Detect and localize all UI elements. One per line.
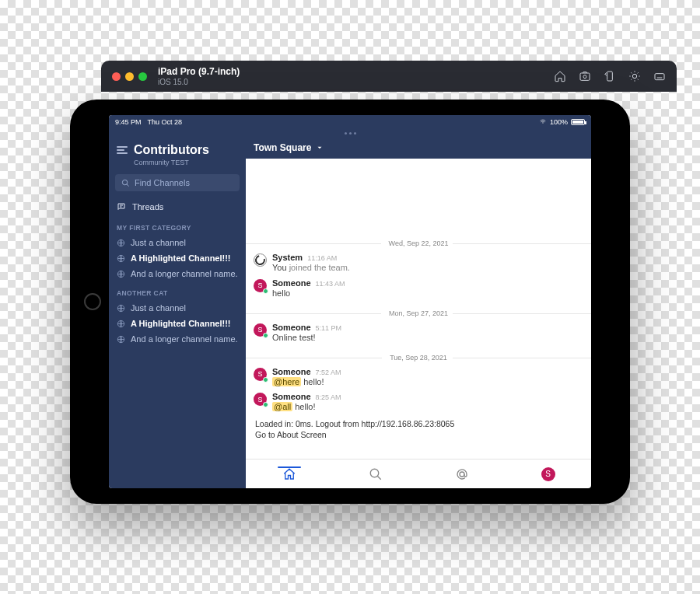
brightness-icon[interactable] (628, 70, 641, 82)
multitask-indicator[interactable] (109, 129, 591, 137)
screenshot-icon[interactable] (579, 70, 591, 82)
message-time: 5:11 PM (316, 324, 342, 332)
app-content: Contributors Community TEST Find Channel… (109, 137, 591, 488)
message-row[interactable]: SSomeone7:52 AM@here hello! (246, 365, 591, 390)
channel-header[interactable]: Town Square (246, 137, 591, 159)
message-time: 11:16 AM (307, 254, 337, 262)
tab-search[interactable] (332, 467, 418, 481)
channel-item[interactable]: And a longer channel name. (109, 331, 246, 347)
ios-status-bar: 9:45 PM Thu Oct 28 100% (109, 115, 591, 129)
globe-icon (117, 335, 125, 344)
debug-footer: Loaded in: 0ms. Logout from http://192.1… (246, 415, 591, 443)
system-avatar (254, 253, 267, 267)
channel-item[interactable]: A Highlighted Channel!!! (109, 316, 246, 331)
mention-badge: @all (272, 402, 292, 411)
svg-point-13 (460, 472, 464, 477)
chevron-down-icon (316, 144, 324, 152)
minimize-window-icon[interactable] (125, 72, 134, 81)
channel-name: And a longer channel name. (131, 334, 238, 344)
threads-item[interactable]: Threads (109, 197, 246, 216)
team-subtitle: Community TEST (134, 159, 209, 166)
team-header[interactable]: Contributors Community TEST (109, 137, 246, 171)
channel-item[interactable]: Just a channel (109, 235, 246, 250)
window-traffic-lights[interactable] (112, 72, 147, 81)
profile-avatar: S (541, 467, 555, 481)
message-author: Someone (272, 323, 311, 332)
message-row[interactable]: SSomeone5:11 PMOnline test! (246, 320, 591, 346)
wifi-icon (539, 119, 547, 125)
date-separator: Tue, Sep 28, 2021 (246, 351, 591, 365)
category-label[interactable]: MY FIRST CATEGORY (109, 216, 246, 235)
globe-icon (117, 254, 125, 263)
debug-line-2[interactable]: Go to About Screen (255, 429, 582, 440)
simulator-device-name: iPad Pro (9.7-inch) (158, 66, 240, 77)
message-author: Someone (272, 367, 311, 376)
message-row[interactable]: SSomeone11:43 AMhello (246, 276, 591, 302)
presence-indicator (263, 402, 268, 407)
battery-icon (571, 119, 585, 125)
globe-icon (117, 270, 125, 278)
mention-badge: @here (272, 377, 301, 386)
category-label[interactable]: ANOTHER CAT (109, 281, 246, 300)
svg-point-5 (122, 180, 127, 184)
tab-mentions[interactable] (418, 467, 505, 481)
simulator-toolbar (554, 70, 666, 82)
simulator-os-version: iOS 15.0 (158, 78, 240, 86)
sidebar: Contributors Community TEST Find Channel… (109, 137, 246, 488)
debug-line-1[interactable]: Loaded in: 0ms. Logout from http://192.1… (255, 418, 582, 429)
home-tab-icon (282, 467, 296, 481)
home-icon[interactable] (554, 70, 566, 82)
user-avatar: S (254, 279, 267, 292)
message-time: 11:43 AM (316, 280, 345, 288)
tab-home[interactable] (246, 467, 332, 481)
message-author: Someone (272, 392, 311, 401)
message-list[interactable]: Wed, Sep 22, 2021System11:16 AMYou joine… (246, 159, 591, 459)
threads-icon (117, 202, 126, 211)
channel-name: Just a channel (131, 303, 186, 313)
search-tab-icon (369, 467, 383, 481)
presence-indicator (263, 377, 268, 383)
user-avatar: S (254, 393, 267, 406)
main-panel: Town Square Wed, Sep 22, 2021System11:16… (246, 137, 591, 488)
svg-rect-4 (655, 74, 664, 80)
threads-label: Threads (132, 202, 163, 211)
channel-name: A Highlighted Channel!!! (131, 319, 231, 328)
svg-point-1 (583, 75, 586, 79)
menu-icon[interactable] (117, 146, 128, 154)
user-avatar: S (254, 368, 267, 381)
channel-intro-space (246, 159, 591, 232)
mention-tab-icon (455, 467, 469, 481)
bottom-tab-bar: S (246, 459, 591, 488)
status-time: 9:45 PM (115, 118, 142, 126)
message-author: System (272, 253, 303, 262)
tab-profile[interactable]: S (505, 467, 591, 481)
ipad-screen: 9:45 PM Thu Oct 28 100% Contributors Com… (109, 115, 591, 488)
message-row[interactable]: SSomeone8:25 AM@all hello! (246, 390, 591, 415)
find-channels-input[interactable]: Find Channels (115, 174, 240, 191)
keyboard-icon[interactable] (653, 70, 666, 82)
search-placeholder: Find Channels (135, 178, 190, 187)
channel-title: Town Square (254, 142, 311, 153)
status-date: Thu Oct 28 (148, 118, 183, 126)
presence-indicator (263, 288, 268, 294)
rotate-icon[interactable] (604, 70, 616, 82)
channel-item[interactable]: And a longer channel name. (109, 266, 246, 281)
ipad-home-button[interactable] (84, 293, 101, 310)
globe-icon (117, 320, 125, 328)
team-name: Contributors (134, 143, 209, 157)
message-time: 7:52 AM (316, 369, 341, 376)
channel-item[interactable]: Just a channel (109, 300, 246, 316)
zoom-window-icon[interactable] (138, 72, 147, 81)
channel-item[interactable]: A Highlighted Channel!!! (109, 250, 246, 266)
user-avatar: S (254, 323, 267, 337)
simulator-window-bar: iPad Pro (9.7-inch) iOS 15.0 (101, 61, 677, 92)
svg-point-3 (632, 74, 636, 78)
close-window-icon[interactable] (112, 72, 121, 81)
channel-name: And a longer channel name. (131, 269, 238, 278)
svg-rect-2 (607, 72, 613, 81)
svg-rect-0 (580, 73, 590, 80)
search-icon (121, 179, 130, 187)
message-row[interactable]: System11:16 AMYou joined the team. (246, 250, 591, 276)
globe-icon (117, 239, 125, 247)
date-separator: Wed, Sep 22, 2021 (246, 236, 591, 250)
